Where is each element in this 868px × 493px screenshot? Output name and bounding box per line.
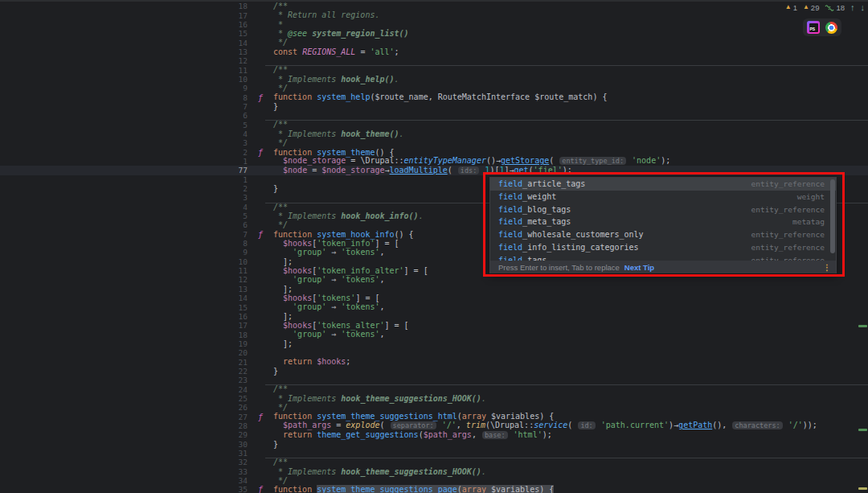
- code-line[interactable]: 16 *: [0, 20, 868, 29]
- line-number[interactable]: 15: [0, 29, 248, 38]
- next-problem-arrow-icon[interactable]: ↓: [861, 2, 866, 12]
- function-gutter-icon[interactable]: ƒ: [248, 148, 273, 157]
- function-gutter-icon[interactable]: ƒ: [248, 93, 273, 102]
- code-line[interactable]: 7}: [0, 102, 868, 111]
- code-line[interactable]: 15 * @see system_region_list(): [0, 29, 868, 38]
- code-line[interactable]: 35ƒfunction system_theme_suggestions_pag…: [0, 485, 868, 493]
- code-line[interactable]: 13const REGIONS_ALL = 'all';: [0, 47, 868, 56]
- code-line[interactable]: 16 ];: [0, 312, 868, 321]
- warning-indicator-2[interactable]: ▲ 29: [803, 3, 820, 12]
- code-line[interactable]: 6: [0, 111, 868, 120]
- line-number[interactable]: 14: [0, 39, 248, 47]
- popup-scrollbar[interactable]: [830, 179, 835, 253]
- code-line[interactable]: 21 return $hooks;: [0, 357, 868, 366]
- autocomplete-popup[interactable]: field_article_tagsentity_referencefield_…: [489, 177, 837, 273]
- previous-problem-arrow-icon[interactable]: ↑: [850, 2, 855, 12]
- autocomplete-item[interactable]: field_weightweight: [490, 191, 836, 203]
- line-number[interactable]: 18: [0, 2, 248, 10]
- code-line[interactable]: 22}: [0, 367, 868, 376]
- code-line[interactable]: 30}: [0, 440, 868, 449]
- line-number[interactable]: 4: [0, 129, 248, 138]
- code-line[interactable]: 9 */: [0, 84, 868, 92]
- line-number[interactable]: 33: [0, 467, 248, 476]
- line-number[interactable]: 13: [0, 47, 248, 56]
- function-gutter-icon[interactable]: ƒ: [248, 485, 273, 493]
- line-number[interactable]: 12: [0, 56, 248, 65]
- line-number[interactable]: 1: [0, 157, 248, 166]
- code-line[interactable]: 11/**: [0, 65, 868, 74]
- line-number[interactable]: 3: [0, 193, 248, 202]
- line-number[interactable]: 7: [0, 102, 248, 111]
- autocomplete-item[interactable]: field_meta_tagsmetatag: [490, 216, 836, 228]
- line-number[interactable]: 23: [0, 376, 248, 384]
- line-number[interactable]: 8: [0, 93, 248, 102]
- line-number[interactable]: 31: [0, 449, 248, 458]
- line-number[interactable]: 35: [0, 485, 248, 493]
- line-number[interactable]: 13: [0, 285, 248, 294]
- function-gutter-icon[interactable]: ƒ: [248, 413, 273, 421]
- line-number[interactable]: 6: [0, 111, 248, 120]
- line-number[interactable]: 26: [0, 403, 248, 412]
- phpstorm-icon[interactable]: [807, 21, 820, 34]
- warning-indicator-1[interactable]: ▲ 1: [785, 3, 797, 12]
- code-line[interactable]: 3 */: [0, 138, 868, 147]
- code-line[interactable]: 18/**: [0, 2, 868, 10]
- line-number[interactable]: 22: [0, 367, 248, 376]
- error-stripe-mark[interactable]: [858, 487, 867, 490]
- line-number[interactable]: 15: [0, 303, 248, 312]
- line-number[interactable]: 11: [0, 66, 248, 75]
- code-line[interactable]: 12: [0, 56, 868, 65]
- line-number[interactable]: 32: [0, 458, 248, 466]
- line-number[interactable]: 5: [0, 212, 248, 220]
- code-line[interactable]: 12 'group' ⇒ 'tokens',: [0, 275, 868, 284]
- line-number[interactable]: 10: [0, 257, 248, 266]
- code-line[interactable]: 26 */: [0, 403, 868, 412]
- code-line[interactable]: 34 */: [0, 476, 868, 485]
- code-line[interactable]: 33 * Implements hook_theme_suggestions_H…: [0, 467, 868, 476]
- line-number[interactable]: 20: [0, 348, 248, 357]
- line-number[interactable]: 7: [0, 230, 248, 239]
- line-number[interactable]: 16: [0, 312, 248, 321]
- code-line[interactable]: 32/**: [0, 458, 868, 466]
- line-number[interactable]: 24: [0, 385, 248, 394]
- line-number[interactable]: 3: [0, 138, 248, 147]
- code-line[interactable]: 10 * Implements hook_help().: [0, 75, 868, 84]
- line-number[interactable]: 34: [0, 476, 248, 485]
- line-number[interactable]: 14: [0, 294, 248, 302]
- next-tip-link[interactable]: Next Tip: [624, 263, 654, 272]
- code-line-current[interactable]: 77 $node = $node_storage→loadMultiple( i…: [0, 166, 868, 175]
- line-number[interactable]: 6: [0, 220, 248, 229]
- code-line[interactable]: 4 * Implements hook_theme().: [0, 129, 868, 138]
- code-line[interactable]: 18 'group' ⇒ 'tokens',: [0, 330, 868, 339]
- line-number[interactable]: 10: [0, 75, 248, 84]
- code-line[interactable]: 25 * Implements hook_theme_suggestions_H…: [0, 394, 868, 403]
- code-line[interactable]: 20: [0, 348, 868, 357]
- error-stripe-mark[interactable]: [858, 429, 867, 431]
- code-line[interactable]: 19 ];: [0, 339, 868, 348]
- code-line[interactable]: 24/**: [0, 384, 868, 393]
- code-line[interactable]: 1 $node_storage = \Drupal::entityTypeMan…: [0, 157, 868, 166]
- line-number[interactable]: 30: [0, 440, 248, 449]
- code-line[interactable]: 31: [0, 449, 868, 458]
- typo-indicator[interactable]: 18: [825, 3, 845, 12]
- autocomplete-item[interactable]: field_info_listing_categoriesentity_refe…: [490, 241, 836, 254]
- line-number[interactable]: 12: [0, 275, 248, 284]
- line-number[interactable]: 28: [0, 421, 248, 430]
- line-number[interactable]: 19: [0, 339, 248, 348]
- code-line[interactable]: 17 $hooks['tokens_alter'] = [: [0, 321, 868, 330]
- code-line[interactable]: 23: [0, 376, 868, 384]
- line-number[interactable]: 27: [0, 413, 248, 421]
- autocomplete-item[interactable]: field_wholesale_customers_onlyentity_ref…: [490, 228, 836, 241]
- line-number[interactable]: 29: [0, 430, 248, 439]
- code-line[interactable]: 14 */: [0, 38, 868, 47]
- inspections-widget[interactable]: ▲ 1 ▲ 29 18 ↑ ↓: [785, 2, 865, 12]
- code-line[interactable]: 28 $path_args = explode( separator: '/',…: [0, 421, 868, 430]
- function-gutter-icon[interactable]: ƒ: [248, 230, 273, 239]
- code-line[interactable]: 27ƒfunction system_theme_suggestions_htm…: [0, 412, 868, 421]
- line-number[interactable]: 17: [0, 321, 248, 330]
- autocomplete-item[interactable]: field_article_tagsentity_reference: [490, 178, 836, 191]
- code-line[interactable]: 5/**: [0, 120, 868, 129]
- line-number[interactable]: 11: [0, 266, 248, 275]
- autocomplete-list[interactable]: field_article_tagsentity_referencefield_…: [490, 178, 836, 261]
- code-line[interactable]: 29 return theme_get_suggestions($path_ar…: [0, 430, 868, 439]
